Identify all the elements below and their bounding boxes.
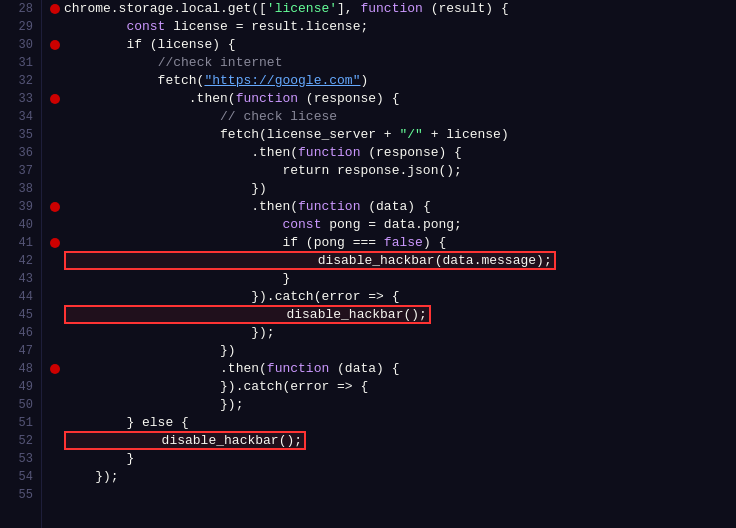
token: + license) [423, 127, 509, 142]
token: chrome [64, 1, 111, 16]
line-number-42: 42 [8, 252, 33, 270]
no-breakpoint [50, 454, 60, 464]
code-text-47: }) [64, 342, 736, 360]
line-number-48: 48 [8, 360, 33, 378]
line-number-55: 55 [8, 486, 33, 504]
token: disable_hackbar(data.message); [68, 253, 552, 268]
code-line-52: disable_hackbar(); [50, 432, 736, 450]
no-breakpoint [50, 166, 60, 176]
token: }); [64, 325, 275, 340]
code-text-34: // check licese [64, 108, 736, 126]
no-breakpoint [50, 76, 60, 86]
line-number-51: 51 [8, 414, 33, 432]
no-breakpoint [50, 130, 60, 140]
code-text-53: } [64, 450, 736, 468]
token: } [64, 451, 134, 466]
breakpoint-icon[interactable] [50, 40, 60, 50]
code-text-30: if (license) { [64, 36, 736, 54]
token: return response.json(); [64, 163, 462, 178]
line-number-33: 33 [8, 90, 33, 108]
token: (data) { [360, 199, 430, 214]
code-text-33: .then(function (response) { [64, 90, 736, 108]
token: fetch( [64, 73, 204, 88]
code-line-39: .then(function (data) { [50, 198, 736, 216]
code-line-51: } else { [50, 414, 736, 432]
token: (result) { [423, 1, 509, 16]
line-number-44: 44 [8, 288, 33, 306]
code-text-31: //check internet [64, 54, 736, 72]
no-breakpoint [50, 58, 60, 68]
token: if (pong === [64, 235, 384, 250]
code-text-48: .then(function (data) { [64, 360, 736, 378]
line-number-46: 46 [8, 324, 33, 342]
line-number-45: 45 [8, 306, 33, 324]
token: const [64, 19, 173, 34]
token: .then( [64, 361, 267, 376]
line-number-47: 47 [8, 342, 33, 360]
token: }).catch(error => { [64, 289, 399, 304]
breakpoint-icon[interactable] [50, 364, 60, 374]
breakpoint-icon[interactable] [50, 202, 60, 212]
code-text-46: }); [64, 324, 736, 342]
breakpoint-icon[interactable] [50, 4, 60, 14]
no-breakpoint [50, 490, 60, 500]
line-number-41: 41 [8, 234, 33, 252]
code-line-50: }); [50, 396, 736, 414]
token: }); [64, 397, 243, 412]
breakpoint-icon[interactable] [50, 238, 60, 248]
no-breakpoint [50, 400, 60, 410]
line-number-34: 34 [8, 108, 33, 126]
line-number-38: 38 [8, 180, 33, 198]
line-numbers-gutter: 2829303132333435363738394041424344454647… [0, 0, 42, 528]
token: false [384, 235, 423, 250]
code-line-48: .then(function (data) { [50, 360, 736, 378]
no-breakpoint [50, 436, 60, 446]
token: disable_hackbar(); [68, 307, 427, 322]
no-breakpoint [50, 382, 60, 392]
code-text-36: .then(function (response) { [64, 144, 736, 162]
code-line-38: }) [50, 180, 736, 198]
token: "/" [399, 127, 422, 142]
token: ) [360, 73, 368, 88]
token: fetch(license_server + [64, 127, 399, 142]
code-editor: 2829303132333435363738394041424344454647… [0, 0, 736, 528]
no-breakpoint [50, 220, 60, 230]
line-number-30: 30 [8, 36, 33, 54]
token: } [64, 271, 290, 286]
token: }) [64, 181, 267, 196]
code-text-40: const pong = data.pong; [64, 216, 736, 234]
code-line-44: }).catch(error => { [50, 288, 736, 306]
code-text-29: const license = result.license; [64, 18, 736, 36]
token: 'license' [267, 1, 337, 16]
code-text-38: }) [64, 180, 736, 198]
code-line-46: }); [50, 324, 736, 342]
line-number-35: 35 [8, 126, 33, 144]
code-text-54: }); [64, 468, 736, 486]
token: ], [337, 1, 360, 16]
line-number-40: 40 [8, 216, 33, 234]
token: function [360, 1, 422, 16]
line-number-39: 39 [8, 198, 33, 216]
highlight-box: disable_hackbar(data.message); [64, 251, 556, 270]
token: } else { [64, 415, 189, 430]
no-breakpoint [50, 148, 60, 158]
code-line-34: // check licese [50, 108, 736, 126]
no-breakpoint [50, 184, 60, 194]
token: // check licese [220, 109, 337, 124]
code-line-29: const license = result.license; [50, 18, 736, 36]
token: function [298, 145, 360, 160]
code-line-35: fetch(license_server + "/" + license) [50, 126, 736, 144]
token: }); [64, 469, 119, 484]
line-number-43: 43 [8, 270, 33, 288]
code-line-28: chrome.storage.local.get(['license'], fu… [50, 0, 736, 18]
token: //check internet [158, 55, 283, 70]
line-number-52: 52 [8, 432, 33, 450]
code-line-33: .then(function (response) { [50, 90, 736, 108]
no-breakpoint [50, 310, 60, 320]
line-number-53: 53 [8, 450, 33, 468]
breakpoint-icon[interactable] [50, 94, 60, 104]
code-line-43: } [50, 270, 736, 288]
token: .then( [64, 199, 298, 214]
token: (data) { [329, 361, 399, 376]
code-line-41: if (pong === false) { [50, 234, 736, 252]
